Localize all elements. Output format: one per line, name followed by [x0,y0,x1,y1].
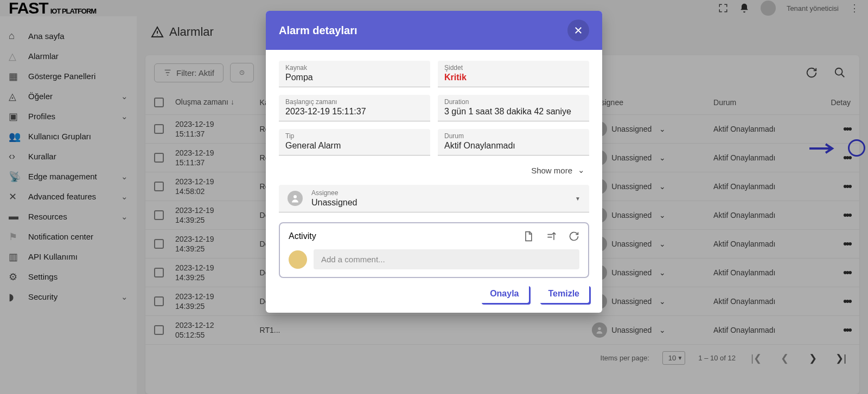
severity-field: Şiddet Kritik [438,61,589,87]
close-icon [573,25,583,35]
acknowledge-button[interactable]: Onayla [480,285,528,303]
chevron-down-icon: ⌄ [578,165,585,175]
refresh-icon[interactable] [569,231,579,242]
comment-input[interactable]: Add a comment... [314,249,579,269]
person-icon [288,191,303,206]
clear-button[interactable]: Temizle [539,285,590,303]
activity-panel: Activity Add a comment... [279,222,589,278]
modal-title: Alarm detayları [279,24,358,37]
status-field: Durum Aktif Onaylanmadı [438,129,589,156]
originator-field: Kaynak Pompa [279,61,430,87]
alarm-details-modal: Alarm detayları Kaynak Pompa Şiddet Krit… [266,11,602,313]
duration-field: Duration 3 gün 1 saat 38 dakika 42 saniy… [438,95,589,121]
svg-point-10 [293,195,297,198]
dropdown-icon: ▼ [575,196,580,202]
export-icon[interactable] [523,231,534,242]
start-time-field: Başlangıç zamanı 2023-12-19 15:11:37 [279,95,430,121]
type-field: Tip General Alarm [279,129,430,156]
comment-avatar [289,250,307,269]
show-more-button[interactable]: Show more ⌄ [279,163,589,185]
close-button[interactable] [567,20,589,41]
activity-title: Activity [289,231,316,241]
assignee-select[interactable]: Assignee Unassigned ▼ [279,185,589,212]
sort-icon[interactable] [546,231,557,242]
